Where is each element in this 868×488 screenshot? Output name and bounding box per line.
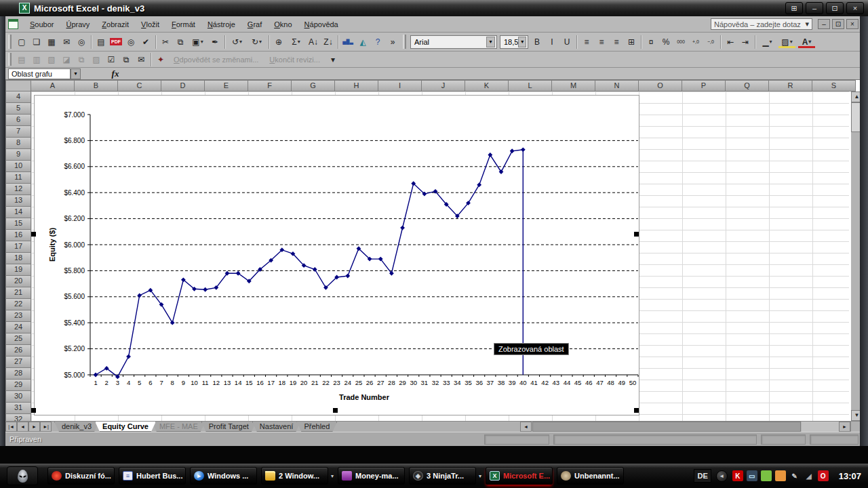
messenger-icon[interactable] <box>761 470 772 481</box>
doc-minimize-button[interactable]: – <box>818 19 830 29</box>
workbook-icon[interactable] <box>8 19 18 29</box>
column-header-L[interactable]: L <box>509 80 552 92</box>
new-icon[interactable]: ▢ <box>15 35 28 49</box>
column-header-S[interactable]: S <box>812 80 856 92</box>
select-all-corner[interactable] <box>5 80 31 92</box>
close-button[interactable]: × <box>846 2 864 14</box>
start-button[interactable] <box>7 466 38 485</box>
column-header-R[interactable]: R <box>769 80 812 92</box>
undo-icon[interactable]: ↺▾ <box>228 35 246 49</box>
row-header-26[interactable]: 26 <box>5 345 31 357</box>
sheet-tab-nastaven-[interactable]: Nastavení <box>252 422 301 432</box>
taskbar-group-dropdown[interactable]: ▾ <box>331 473 334 479</box>
autosum-icon[interactable]: Σ▾ <box>287 35 305 49</box>
search-icon[interactable]: ◎ <box>75 35 88 49</box>
hyperlink-icon[interactable]: ⊕ <box>272 35 285 49</box>
menu-napoveda[interactable]: Nápověda <box>298 18 344 30</box>
taskbar-button-doc[interactable]: ≡Hubert Bus... <box>119 467 186 485</box>
row-header-10[interactable]: 10 <box>5 161 31 172</box>
scroll-left-icon[interactable]: ◄ <box>520 422 532 432</box>
taskbar-button-ninja[interactable]: ◈3 NinjaTr... <box>409 467 476 485</box>
display-network-icon[interactable]: ▭ <box>747 470 757 481</box>
row-header-11[interactable]: 11 <box>5 172 31 184</box>
selection-handle-left[interactable] <box>31 232 36 237</box>
borders-button[interactable]: ▁▾ <box>758 35 776 49</box>
horizontal-scrollbar[interactable]: ◄ ► <box>520 422 863 432</box>
spelling-icon[interactable]: ✔ <box>139 35 153 49</box>
more-buttons-icon[interactable]: » <box>386 35 399 49</box>
chart-wizard-icon[interactable]: ▅█▃ <box>341 35 355 49</box>
cut-icon[interactable]: ✂ <box>159 35 172 49</box>
row-header-28[interactable]: 28 <box>5 368 31 380</box>
row-header-30[interactable]: 30 <box>5 391 31 403</box>
worksheet-grid[interactable]: $5.000$5.200$5.400$5.600$5.800$6.000$6.2… <box>31 92 849 421</box>
open-icon[interactable]: ❏ <box>30 35 43 49</box>
chevron-down-icon[interactable]: ▾ <box>805 20 809 28</box>
row-header-16[interactable]: 16 <box>5 230 31 241</box>
opera-icon[interactable]: O <box>818 470 829 481</box>
taskbar-button-excel[interactable]: XMicrosoft E... <box>486 467 553 485</box>
column-header-F[interactable]: F <box>248 80 292 92</box>
font-color-button[interactable]: A▾ <box>797 35 816 49</box>
column-header-N[interactable]: N <box>595 80 639 92</box>
selection-handle-right[interactable] <box>634 232 639 237</box>
font-name-combo[interactable]: Arial ▾ <box>410 35 497 49</box>
row-header-20[interactable]: 20 <box>5 276 31 287</box>
align-center-button[interactable]: ≡ <box>595 35 608 49</box>
taskbar-button-folder[interactable]: 2 Window... <box>261 467 328 485</box>
column-header-H[interactable]: H <box>335 80 378 92</box>
kaspersky-icon[interactable]: K <box>732 470 743 481</box>
row-header-9[interactable]: 9 <box>5 149 31 161</box>
align-left-button[interactable]: ≡ <box>580 35 593 49</box>
volume-icon[interactable]: ◢ <box>804 470 814 481</box>
row-header-14[interactable]: 14 <box>5 207 31 218</box>
row-header-23[interactable]: 23 <box>5 310 31 322</box>
name-box-dropdown[interactable]: ▾ <box>71 68 81 79</box>
sheet-tab-equity-curve[interactable]: Equity Curve <box>95 422 156 432</box>
picture-icon-6[interactable]: ▨ <box>90 53 103 66</box>
doc-close-button[interactable]: × <box>846 19 859 29</box>
toolbar-grip[interactable] <box>8 53 12 65</box>
column-header-G[interactable]: G <box>292 80 335 92</box>
taskbar-button-wmp[interactable]: ▸Windows ... <box>190 467 257 485</box>
fill-color-button[interactable]: ▨▾ <box>778 35 796 49</box>
taskbar-button-money[interactable]: Money-ma... <box>338 467 405 485</box>
column-header-Q[interactable]: Q <box>726 80 769 92</box>
menu-soubor[interactable]: Soubor <box>24 18 60 30</box>
row-header-15[interactable]: 15 <box>5 218 31 230</box>
horizontal-scroll-track[interactable] <box>802 422 839 432</box>
selection-handle-bottom[interactable] <box>333 408 338 413</box>
column-header-J[interactable]: J <box>422 80 465 92</box>
align-right-button[interactable]: ≡ <box>610 35 623 49</box>
paste-icon[interactable]: ▣▾ <box>189 35 207 49</box>
column-header-I[interactable]: I <box>378 80 422 92</box>
chevron-down-icon[interactable]: ▾ <box>518 37 526 47</box>
taskbar-group-dropdown[interactable]: ▾ <box>479 473 481 479</box>
horizontal-scroll-thumb[interactable] <box>532 422 801 432</box>
sheet-tab-mfe-mae[interactable]: MFE - MAE <box>152 422 205 432</box>
sheet-tab-denik-v3[interactable]: denik_v3 <box>54 422 99 432</box>
print-preview-icon[interactable]: ◎ <box>124 35 138 49</box>
prev-sheet-button[interactable]: ◄ <box>17 422 28 432</box>
row-header-17[interactable]: 17 <box>5 241 31 253</box>
contact-icon[interactable] <box>775 470 786 481</box>
row-header-31[interactable]: 31 <box>5 403 31 414</box>
row-header-12[interactable]: 12 <box>5 184 31 195</box>
track-changes-icon[interactable]: ✦ <box>154 53 167 66</box>
column-header-O[interactable]: O <box>639 80 682 92</box>
increase-indent-button[interactable]: ⇥ <box>738 35 752 49</box>
menu-nastroje[interactable]: Nástroje <box>201 18 241 30</box>
next-sheet-button[interactable]: ► <box>28 422 40 432</box>
format-painter-icon[interactable]: ✒ <box>208 35 222 49</box>
thousands-button[interactable]: 000 <box>674 35 688 49</box>
menu-vlozit[interactable]: Vložit <box>135 18 165 30</box>
print-icon[interactable]: ▤ <box>94 35 108 49</box>
drawing-icon[interactable]: ◭ <box>356 35 370 49</box>
toolbar-grip[interactable] <box>8 35 12 49</box>
bold-button[interactable]: B <box>530 35 544 49</box>
checkbox-icon[interactable]: ☑ <box>104 53 118 66</box>
column-header-E[interactable]: E <box>205 80 248 92</box>
menu-upravy[interactable]: Úpravy <box>60 18 96 30</box>
menu-okno[interactable]: Okno <box>268 18 298 30</box>
chart-object[interactable]: $5.000$5.200$5.400$5.600$5.800$6.000$6.2… <box>34 95 639 415</box>
